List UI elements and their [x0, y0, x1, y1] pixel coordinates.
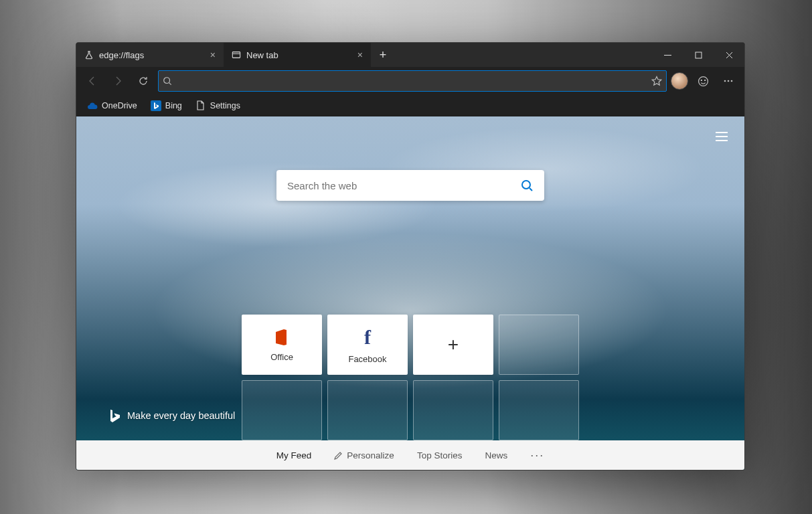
feed-tab-news[interactable]: News	[485, 450, 507, 460]
tile-empty[interactable]	[242, 380, 322, 440]
favorites-bar: OneDrive Bing Settings	[76, 95, 744, 116]
feed-tab-myfeed[interactable]: My Feed	[276, 450, 312, 460]
toolbar	[76, 67, 744, 95]
feed-label: Personalize	[347, 450, 394, 460]
tab-strip: edge://flags × New tab × +	[76, 43, 744, 67]
feedback-button[interactable]	[692, 70, 714, 92]
window-controls	[652, 43, 744, 67]
tab-newtab[interactable]: New tab ×	[224, 43, 371, 67]
tab-close-button[interactable]: ×	[357, 50, 363, 60]
tile-empty[interactable]	[499, 380, 579, 440]
favorite-bing[interactable]: Bing	[145, 98, 187, 114]
tab-close-button[interactable]: ×	[210, 50, 216, 60]
tile-office[interactable]: Office	[242, 315, 322, 375]
favorite-label: Bing	[165, 101, 182, 110]
svg-point-6	[724, 80, 726, 82]
ntp-search-box[interactable]	[276, 170, 544, 201]
svg-point-4	[701, 80, 702, 80]
svg-point-3	[698, 76, 708, 86]
settings-menu-button[interactable]	[718, 70, 739, 92]
refresh-button[interactable]	[133, 70, 154, 92]
tile-empty[interactable]	[499, 315, 579, 375]
cloud-icon	[87, 100, 98, 111]
svg-rect-0	[232, 52, 240, 58]
favorite-label: OneDrive	[102, 101, 137, 110]
favorite-label: Settings	[210, 101, 240, 110]
page-icon	[195, 100, 206, 111]
tile-facebook[interactable]: f Facebook	[327, 315, 408, 375]
new-tab-page: Office f Facebook + Make every day beaut…	[76, 116, 744, 470]
bing-tagline-text: Make every day beautiful	[127, 410, 235, 421]
tab-title: edge://flags	[99, 50, 144, 60]
office-icon	[273, 328, 291, 347]
tab-title: New tab	[246, 50, 278, 60]
svg-point-2	[164, 78, 170, 84]
feed-bar: My Feed Personalize Top Stories News ···	[76, 440, 744, 470]
close-window-button[interactable]	[714, 43, 744, 67]
tile-empty[interactable]	[327, 380, 408, 440]
profile-avatar[interactable]	[671, 72, 688, 90]
maximize-button[interactable]	[683, 43, 714, 67]
favorite-onedrive[interactable]: OneDrive	[82, 98, 143, 114]
svg-point-5	[704, 80, 705, 80]
tile-label: Facebook	[348, 354, 386, 364]
facebook-icon: f	[364, 326, 371, 349]
flask-icon	[84, 50, 94, 60]
newtab-icon	[232, 50, 241, 60]
bing-icon	[151, 100, 161, 111]
feed-more-button[interactable]: ···	[530, 448, 544, 462]
svg-point-8	[731, 80, 733, 82]
ntp-search-input[interactable]	[287, 180, 520, 191]
ntp-search-button[interactable]	[520, 179, 534, 192]
back-button[interactable]	[82, 70, 103, 92]
tile-empty[interactable]	[413, 380, 493, 440]
plus-icon: +	[448, 334, 459, 355]
browser-window: edge://flags × New tab × +	[76, 42, 745, 470]
new-tab-button[interactable]: +	[371, 43, 395, 67]
bing-tagline: Make every day beautiful	[108, 408, 235, 423]
svg-rect-1	[696, 52, 702, 58]
search-icon	[163, 76, 172, 86]
pencil-icon	[334, 451, 343, 460]
quick-links-grid: Office f Facebook +	[242, 315, 579, 440]
svg-point-7	[728, 80, 730, 82]
tile-label: Office	[270, 352, 293, 362]
address-bar[interactable]	[158, 70, 667, 92]
tile-add[interactable]: +	[413, 315, 493, 375]
address-input[interactable]	[176, 76, 651, 86]
feed-tab-personalize[interactable]: Personalize	[334, 450, 394, 460]
ntp-menu-button[interactable]	[711, 126, 732, 147]
tab-flags[interactable]: edge://flags ×	[76, 43, 224, 67]
feed-tab-topstories[interactable]: Top Stories	[417, 450, 463, 460]
minimize-button[interactable]	[652, 43, 683, 67]
forward-button[interactable]	[107, 70, 129, 92]
favorite-star-icon[interactable]	[651, 76, 662, 86]
bing-logo-icon	[108, 408, 120, 423]
svg-point-9	[522, 181, 530, 189]
favorite-settings[interactable]: Settings	[190, 98, 246, 114]
